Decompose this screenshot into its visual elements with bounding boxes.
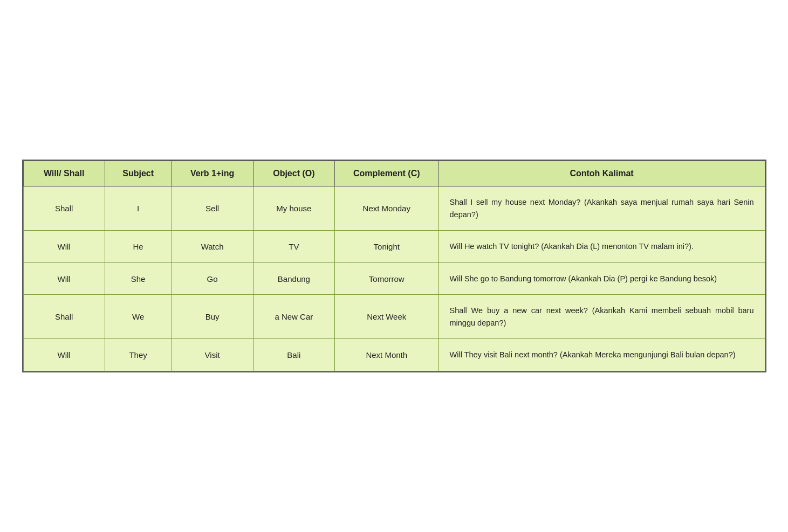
header-verb: Verb 1+ing (172, 161, 253, 186)
cell-object: Bandung (253, 262, 334, 294)
cell-complement: Next Month (335, 339, 439, 371)
cell-will-shall: Will (23, 262, 105, 294)
cell-subject: He (105, 231, 172, 262)
table-row: WillTheyVisitBaliNext MonthWill They vis… (23, 339, 765, 371)
cell-will-shall: Shall (23, 186, 105, 231)
header-object: Object (O) (253, 161, 334, 186)
cell-example: Will They visit Bali next month? (Akanka… (438, 339, 765, 371)
cell-subject: I (105, 186, 172, 231)
table-row: WillHeWatchTVTonightWill He watch TV ton… (23, 231, 765, 262)
cell-complement: Tonight (335, 231, 439, 262)
cell-verb: Buy (172, 295, 253, 339)
cell-example: Will She go to Bandung tomorrow (Akankah… (438, 262, 765, 294)
cell-verb: Watch (172, 231, 253, 262)
table-row: ShallWeBuya New CarNext WeekShall We buy… (23, 295, 765, 339)
cell-example: Will He watch TV tonight? (Akankah Dia (… (438, 231, 765, 262)
cell-complement: Next Week (335, 295, 439, 339)
table-row: ShallISellMy houseNext MondayShall I sel… (23, 186, 765, 231)
cell-object: Bali (253, 339, 334, 371)
table-row: WillSheGoBandungTomorrowWill She go to B… (23, 262, 765, 294)
cell-example: Shall I sell my house next Monday? (Akan… (438, 186, 765, 231)
cell-subject: We (105, 295, 172, 339)
header-will-shall: Will/ Shall (23, 161, 105, 186)
cell-will-shall: Shall (23, 295, 105, 339)
cell-example: Shall We buy a new car next week? (Akank… (438, 295, 765, 339)
cell-subject: They (105, 339, 172, 371)
cell-complement: Tomorrow (335, 262, 439, 294)
cell-will-shall: Will (23, 231, 105, 262)
cell-object: TV (253, 231, 334, 262)
cell-verb: Sell (172, 186, 253, 231)
grammar-table: Will/ Shall Subject Verb 1+ing Object (O… (23, 161, 765, 371)
header-complement: Complement (C) (335, 161, 439, 186)
cell-verb: Go (172, 262, 253, 294)
cell-will-shall: Will (23, 339, 105, 371)
main-table-container: Will/ Shall Subject Verb 1+ing Object (O… (22, 160, 766, 372)
cell-complement: Next Monday (335, 186, 439, 231)
cell-object: My house (253, 186, 334, 231)
header-example: Contoh Kalimat (438, 161, 765, 186)
cell-object: a New Car (253, 295, 334, 339)
header-subject: Subject (105, 161, 172, 186)
cell-subject: She (105, 262, 172, 294)
header-row: Will/ Shall Subject Verb 1+ing Object (O… (23, 161, 765, 186)
cell-verb: Visit (172, 339, 253, 371)
